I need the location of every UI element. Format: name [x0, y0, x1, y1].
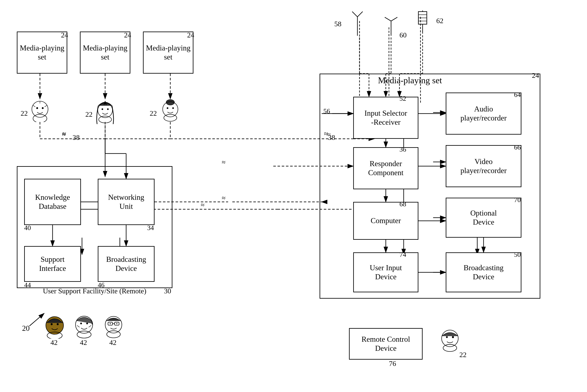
svg-point-62 [80, 322, 82, 324]
ref-22-4: 22 [459, 351, 467, 359]
ref-68: 68 [400, 200, 406, 208]
svg-text:≈: ≈ [222, 194, 226, 202]
svg-point-42 [42, 107, 44, 109]
svg-line-73 [29, 313, 44, 326]
responder-box: ResponderComponent [353, 147, 418, 189]
svg-point-40 [33, 114, 47, 122]
audio-player-box: Audioplayer/recorder [446, 92, 522, 134]
media-set-1: Media-playing set [17, 32, 67, 74]
svg-point-59 [57, 323, 59, 325]
svg-text:≈: ≈ [201, 201, 205, 208]
svg-line-65 [89, 326, 91, 327]
ref-42-2: 42 [80, 338, 87, 346]
svg-point-71 [110, 323, 111, 324]
svg-point-47 [101, 108, 103, 110]
svg-line-75 [352, 12, 357, 17]
facility-label: User Support Facility/Site (Remote) [17, 287, 172, 295]
ref-64: 64 [514, 91, 521, 99]
svg-point-53 [164, 114, 177, 121]
ref-40: 40 [24, 224, 31, 232]
ref-42-1: 42 [50, 338, 58, 346]
ref-22-1: 22 [20, 109, 28, 117]
svg-point-63 [86, 322, 88, 324]
face-22-4 [437, 327, 461, 350]
networking-unit-box: NetworkingUnit [98, 179, 154, 225]
svg-line-43 [33, 105, 35, 107]
face-42-2 [71, 313, 95, 336]
svg-point-48 [107, 108, 109, 110]
ref-50: 50 [514, 251, 521, 258]
arrow-20 [27, 311, 48, 328]
ref-56: 56 [323, 107, 330, 115]
ref-38-left: 38 [72, 134, 80, 142]
svg-text:≈: ≈ [62, 130, 66, 138]
computer-box: Computer [353, 202, 418, 240]
svg-point-87 [443, 344, 457, 352]
svg-point-49 [99, 116, 111, 123]
ref-62: 62 [436, 17, 443, 25]
user-input-box: User InputDevice [353, 252, 418, 292]
ref-36: 36 [400, 146, 406, 153]
svg-point-55 [172, 107, 174, 109]
svg-point-67 [107, 331, 120, 338]
svg-text:≈: ≈ [222, 158, 226, 166]
svg-point-89 [452, 336, 454, 338]
svg-point-54 [167, 107, 168, 109]
input-selector-box: Input Selector-Receiver [353, 97, 418, 139]
remote-control-box: Remote ControlDevice [349, 328, 423, 360]
svg-line-44 [44, 105, 47, 107]
svg-point-88 [446, 336, 448, 338]
ref-22-2: 22 [85, 110, 92, 118]
svg-point-58 [51, 323, 53, 325]
ref-58: 58 [334, 20, 341, 28]
svg-text:≈: ≈ [62, 130, 66, 138]
ref-media-set-1: 24 [61, 31, 68, 39]
media-set-large-label: Media-playing set [347, 75, 473, 86]
broadcasting-1-box: BroadcastingDevice [98, 246, 154, 282]
support-interface-box: SupportInterface [24, 246, 81, 282]
antenna-62 [412, 10, 433, 36]
svg-point-39 [32, 101, 48, 117]
ref-34: 34 [147, 224, 154, 232]
ref-76: 76 [389, 360, 396, 368]
ref-22-3: 22 [150, 109, 157, 117]
broadcasting-2-box: BroadcastingDevice [446, 252, 522, 292]
antenna-60 [381, 17, 402, 38]
knowledge-db-box: KnowledgeDatabase [24, 179, 81, 225]
face-user-2 [93, 99, 117, 122]
optional-device-box: OptionalDevice [446, 198, 522, 238]
media-set-3: Media-playing set [143, 32, 193, 74]
ref-media-set-3: 24 [187, 31, 194, 39]
face-user-3 [159, 99, 182, 122]
svg-line-78 [385, 17, 391, 21]
svg-point-61 [77, 331, 91, 338]
ref-media-set-2: 24 [124, 31, 131, 39]
ref-60: 60 [400, 31, 407, 39]
face-42-3 [101, 313, 124, 336]
ref-42-3: 42 [109, 338, 116, 346]
video-player-box: Videoplayer/recorder [446, 145, 522, 187]
ref-52: 52 [400, 95, 406, 102]
diagram: ≈ ≈ ≈ Media-playing set 24 Media-playing… [0, 0, 587, 392]
ref-74: 74 [400, 251, 406, 258]
media-set-2: Media-playing set [80, 32, 130, 74]
ref-media-large: 24 [532, 72, 539, 80]
ref-70: 70 [514, 196, 521, 204]
svg-point-41 [36, 107, 38, 109]
svg-line-79 [391, 17, 397, 21]
ref-30: 30 [164, 287, 171, 295]
face-user-1 [28, 99, 51, 122]
svg-line-76 [357, 12, 363, 17]
antenna-58 [349, 10, 366, 38]
svg-point-72 [116, 323, 117, 324]
ref-66: 66 [514, 144, 521, 151]
svg-line-64 [77, 326, 79, 327]
